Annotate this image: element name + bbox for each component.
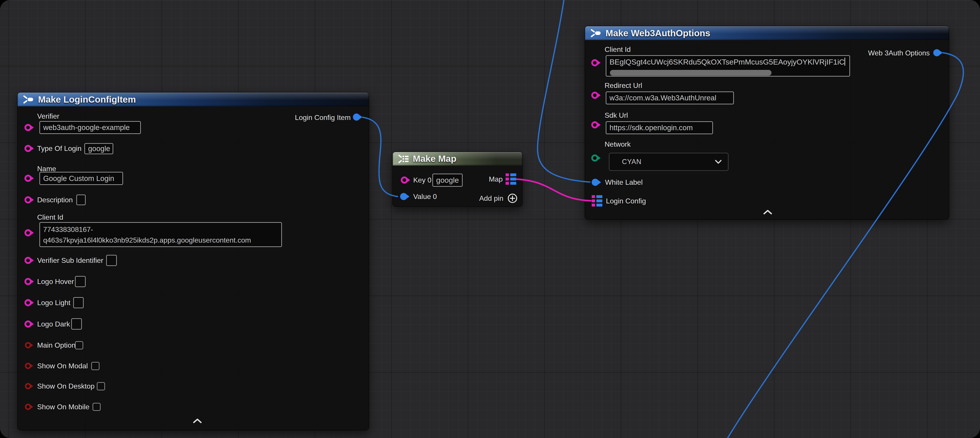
pin-label-verifier-sub-identifier: Verifier Sub Identifier [37,256,103,265]
client-id-value: BEglQSgt4cUWcj6SKRdu5QkOXTsePmMcusG5EAoy… [609,57,845,66]
make-struct-icon [590,28,601,38]
pin-label-sdk-url: Sdk Url [605,111,628,120]
pin-label-type-of-login: Type Of Login [37,144,81,153]
output-pin-map[interactable] [506,174,516,185]
node-header-make-map[interactable]: Make Map [393,152,522,166]
client-id-input[interactable]: 774338308167- q463s7kpvja16l4l0kko3nb925… [40,222,282,247]
node-make-map[interactable]: Make Map Key 0 google Map Value 0 Add pi… [393,152,522,206]
pin-label-client-id: Client Id [605,45,631,54]
pin-label-description: Description [37,196,73,204]
network-selected-value: CYAN [622,158,641,166]
wire-offscreen-to-white-label[interactable] [538,0,590,182]
input-pin-sdk-url[interactable] [591,121,598,128]
pin-label-main-option: Main Option [37,341,76,350]
pin-label-logo-light: Logo Light [37,298,70,307]
pin-label-redirect-url: Redirect Url [605,81,642,90]
make-struct-icon [22,95,33,104]
node-title: Make Web3AuthOptions [606,28,710,38]
add-pin-icon[interactable] [508,193,518,204]
type-of-login-input[interactable]: google [84,143,113,154]
wire-map-to-login-config[interactable] [517,179,591,201]
pin-label-client-id: Client Id [37,213,63,222]
client-id-scrollbar[interactable] [610,70,772,76]
input-pin-redirect-url[interactable] [591,92,598,99]
network-dropdown[interactable]: CYAN [609,153,729,171]
input-pin-show-on-modal[interactable] [25,363,31,369]
pin-label-logo-hover: Logo Hover [37,277,74,286]
key0-input[interactable]: google [433,174,463,187]
pin-label-login-config-item: Login Config Item [295,113,351,122]
verifier-input[interactable]: web3auth-google-example [40,121,141,134]
node-make-web3auth-options[interactable]: Make Web3AuthOptions Web 3Auth Options C… [585,26,949,219]
verifier-sub-identifier-input[interactable] [106,255,117,266]
client-id-line1: 774338308167- [43,224,278,235]
pin-label-key0: Key 0 [413,175,431,185]
pin-label-network: Network [605,140,631,149]
logo-light-input[interactable] [73,297,84,308]
add-pin-label[interactable]: Add pin [479,194,503,203]
show-on-desktop-checkbox[interactable] [97,382,105,390]
pin-label-value0: Value 0 [413,192,437,201]
input-pin-verifier[interactable] [24,124,32,131]
input-pin-client-id[interactable] [591,59,598,66]
redirect-url-input[interactable]: w3a://com.w3a.Web3AuthUnreal [606,91,734,104]
pin-label-web3auth-options: Web 3Auth Options [868,48,930,57]
input-pin-logo-hover[interactable] [24,278,32,285]
pin-label-logo-dark: Logo Dark [37,320,70,328]
input-pin-key0[interactable] [401,177,408,184]
node-header-make-login-config-item[interactable]: Make LoginConfigItem [18,92,369,107]
input-pin-logo-dark[interactable] [24,320,32,328]
text-caret [845,57,845,66]
input-pin-login-config[interactable] [592,195,602,207]
input-pin-network[interactable] [591,154,598,162]
main-option-checkbox[interactable] [75,341,83,349]
node-title: Make Map [413,154,457,164]
logo-dark-input[interactable] [71,318,82,330]
input-pin-client-id[interactable] [24,229,32,236]
pin-label-map: Map [489,175,503,184]
blueprint-graph-canvas[interactable]: Make LoginConfigItem Login Config Item V… [0,0,980,438]
pin-label-show-on-mobile: Show On Mobile [37,402,89,411]
pin-label-login-config: Login Config [606,196,646,205]
node-title: Make LoginConfigItem [38,94,136,105]
pin-label-white-label: White Label [605,178,643,187]
input-pin-show-on-mobile[interactable] [25,404,31,410]
collapse-chevron-icon[interactable] [763,209,773,215]
input-pin-main-option[interactable] [25,342,31,348]
logo-hover-input[interactable] [75,276,86,287]
show-on-mobile-checkbox[interactable] [92,403,100,411]
input-pin-description[interactable] [24,196,32,204]
show-on-modal-checkbox[interactable] [91,362,99,370]
input-pin-type-of-login[interactable] [24,145,32,152]
input-pin-logo-light[interactable] [24,299,32,306]
input-pin-value0[interactable] [400,193,407,200]
input-pin-verifier-sub-identifier[interactable] [24,257,32,264]
collapse-chevron-icon[interactable] [192,418,202,424]
dropdown-chevron-icon [714,159,722,164]
client-id-line2: q463s7kpvja16l4l0kko3nb925ikds2p.apps.go… [43,235,278,245]
pin-label-show-on-modal: Show On Modal [37,362,88,370]
description-input[interactable] [76,194,86,205]
name-input[interactable]: Google Custom Login [40,172,123,185]
output-pin-web3auth-options[interactable] [933,49,940,56]
pin-label-show-on-desktop: Show On Desktop [37,382,95,390]
input-pin-show-on-desktop[interactable] [25,383,31,389]
pin-label-verifier: Verifier [37,112,59,121]
input-pin-white-label[interactable] [592,179,599,186]
output-pin-login-config-item[interactable] [353,113,360,121]
sdk-url-input[interactable]: https://sdk.openlogin.com [606,121,713,134]
node-header-make-web3auth-options[interactable]: Make Web3AuthOptions [585,26,949,40]
make-map-icon [398,154,409,164]
node-make-login-config-item[interactable]: Make LoginConfigItem Login Config Item V… [18,92,369,430]
input-pin-name[interactable] [24,175,32,182]
